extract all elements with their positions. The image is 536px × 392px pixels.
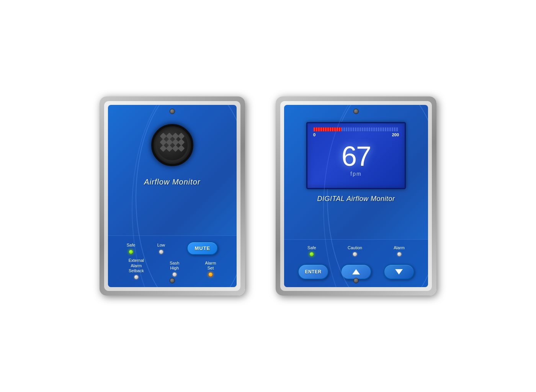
left-panel: Airflow Monitor Safe Low MUTE xyxy=(108,105,237,287)
right-caution-led xyxy=(353,252,357,256)
speaker-grille xyxy=(151,124,193,166)
left-indicator-row-2: ExternalAlarmSetback SashHigh AlarmSet xyxy=(116,258,229,279)
left-device: Airflow Monitor Safe Low MUTE xyxy=(100,96,245,296)
alarm-set-led xyxy=(208,272,213,277)
buttons-row: ENTER xyxy=(292,264,420,279)
progress-bar-track xyxy=(313,127,399,132)
lcd-value-container: 67 fpm xyxy=(342,142,371,177)
speaker-slot xyxy=(178,145,185,152)
safe-led xyxy=(129,250,133,254)
speaker-slot xyxy=(166,139,173,145)
enter-button[interactable]: ENTER xyxy=(298,264,328,279)
right-panel: 0 200 67 fpm DIGITAL Airflow Monitor xyxy=(284,105,428,287)
plus-button[interactable] xyxy=(341,264,371,279)
sash-high-label: SashHigh xyxy=(170,261,179,271)
right-alarm-led xyxy=(397,252,402,256)
screw-bottom-right xyxy=(353,278,359,283)
low-label: Low xyxy=(157,243,165,248)
right-safe-led xyxy=(309,252,314,256)
right-caution-label: Caution xyxy=(348,245,362,250)
lcd-unit: fpm xyxy=(342,171,371,177)
right-indicator-row: Safe Caution Alarm xyxy=(292,245,420,256)
alarm-set-label: AlarmSet xyxy=(205,261,216,271)
speaker-inner xyxy=(157,130,188,160)
right-device-title: DIGITAL Airflow Monitor xyxy=(317,195,395,203)
right-bezel: 0 200 67 fpm DIGITAL Airflow Monitor xyxy=(280,101,432,291)
mute-button[interactable]: MUTE xyxy=(187,242,218,255)
indicator-right-caution: Caution xyxy=(348,245,362,256)
speaker-slot xyxy=(166,145,173,152)
left-bezel: Airflow Monitor Safe Low MUTE xyxy=(104,101,240,291)
speaker-slot xyxy=(166,132,173,139)
indicator-low: Low xyxy=(157,243,165,254)
lcd-screen: 0 200 67 fpm xyxy=(306,122,406,189)
indicator-safe: Safe xyxy=(127,243,136,254)
external-alarm-setback-label: ExternalAlarmSetback xyxy=(129,258,144,273)
indicator-external-alarm-setback: ExternalAlarmSetback xyxy=(129,258,144,279)
arrow-down-icon xyxy=(395,269,403,274)
right-alarm-label: Alarm xyxy=(394,245,405,250)
screw-bottom-left xyxy=(170,278,175,283)
progress-bar-container: 0 200 xyxy=(313,127,399,137)
bar-min-label: 0 xyxy=(313,132,315,137)
bar-max-label: 200 xyxy=(392,132,399,137)
lcd-number: 67 xyxy=(342,142,371,170)
right-device: 0 200 67 fpm DIGITAL Airflow Monitor xyxy=(276,96,436,296)
progress-bar-fill xyxy=(314,127,342,131)
speaker-slot xyxy=(178,132,185,139)
minus-button[interactable] xyxy=(384,264,414,279)
safe-label: Safe xyxy=(127,243,136,248)
right-safe-label: Safe xyxy=(307,245,316,250)
left-device-title: Airflow Monitor xyxy=(144,178,200,186)
screw-top-left xyxy=(170,109,175,114)
arrow-up-icon xyxy=(352,269,360,274)
progress-labels: 0 200 xyxy=(313,132,399,137)
external-alarm-setback-led xyxy=(134,275,139,279)
indicator-right-alarm: Alarm xyxy=(394,245,405,256)
sash-high-led xyxy=(172,272,177,277)
low-led xyxy=(159,250,163,254)
indicator-sash-high: SashHigh xyxy=(170,261,179,277)
left-indicator-row-1: Safe Low MUTE xyxy=(116,242,229,255)
indicator-alarm-set: AlarmSet xyxy=(205,261,216,277)
indicator-right-safe: Safe xyxy=(307,245,316,256)
speaker-slot xyxy=(178,139,185,145)
screw-top-right xyxy=(353,109,359,114)
